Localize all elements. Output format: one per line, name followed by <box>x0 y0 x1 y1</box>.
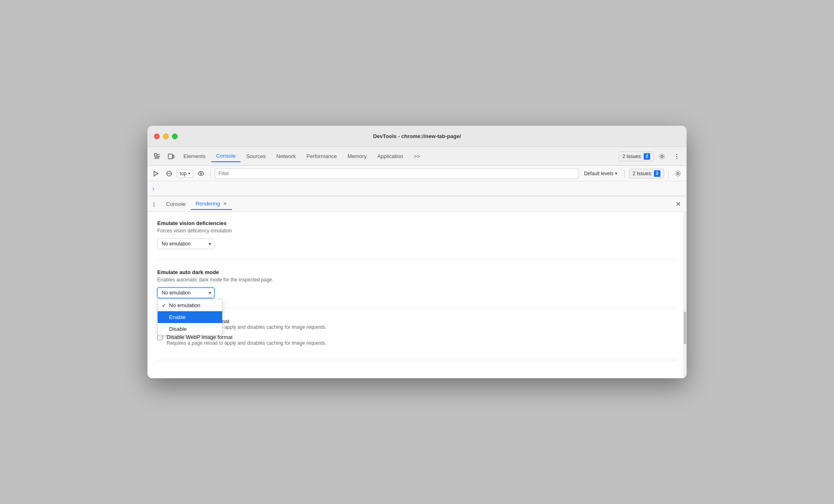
webp-checkbox-row: Disable WebP image format Requires a pag… <box>157 334 677 346</box>
console-issues-icon: 2 <box>654 170 660 177</box>
svg-rect-0 <box>154 154 157 156</box>
vision-section-title: Emulate vision deficiencies <box>157 220 677 226</box>
svg-point-4 <box>676 154 677 154</box>
drawer-menu-icon[interactable] <box>151 199 161 210</box>
drawer-tab-close-icon[interactable]: ✕ <box>223 201 227 207</box>
svg-point-10 <box>200 173 202 174</box>
tab-application[interactable]: Application <box>372 151 408 162</box>
drawer-panel: Console Rendering ✕ ✕ Emulate vision def… <box>147 196 687 378</box>
console-issues-badge[interactable]: 2 Issues: 2 <box>629 169 664 178</box>
eye-icon[interactable] <box>196 168 206 179</box>
context-value: top <box>180 171 187 176</box>
dark-mode-select-wrapper: No emulation Enable Disable No emulation… <box>157 288 214 298</box>
svg-rect-1 <box>168 154 172 159</box>
svg-point-11 <box>677 172 679 174</box>
device-toolbar-icon[interactable] <box>165 150 178 163</box>
tab-right-actions: 2 Issues: 2 <box>619 150 683 163</box>
svg-point-5 <box>676 156 677 156</box>
vision-deficiencies-section: Emulate vision deficiencies Forces visio… <box>157 220 677 259</box>
drawer-tab-rendering[interactable]: Rendering ✕ <box>191 198 232 210</box>
default-levels-selector[interactable]: Default levels ▾ <box>581 170 620 177</box>
image-format-section: Disable AVIF image format Requires a pag… <box>157 318 677 360</box>
drawer-close-button[interactable]: ✕ <box>673 199 683 210</box>
console-settings-icon[interactable] <box>673 168 683 179</box>
run-script-icon[interactable] <box>151 168 161 179</box>
vision-select-wrapper: No emulation Blurred vision Protanopia D… <box>157 239 214 249</box>
svg-point-6 <box>676 158 677 158</box>
issues-badge[interactable]: 2 Issues: 2 <box>619 152 654 161</box>
context-chevron-icon: ▾ <box>188 171 190 176</box>
tab-network[interactable]: Network <box>272 151 301 162</box>
drawer-tab-console[interactable]: Console <box>161 198 191 210</box>
tab-elements[interactable]: Elements <box>178 151 210 162</box>
clear-console-icon[interactable] <box>164 168 174 179</box>
dark-mode-select[interactable]: No emulation Enable Disable <box>157 288 214 298</box>
more-options-icon[interactable] <box>670 150 683 163</box>
dropdown-item-disable[interactable]: Disable <box>158 323 222 335</box>
devtools-window: DevTools - chrome://new-tab-page/ Elemen… <box>147 126 687 378</box>
default-levels-chevron-icon: ▾ <box>615 171 617 176</box>
close-button[interactable] <box>154 134 160 139</box>
context-selector[interactable]: top ▾ <box>177 169 193 178</box>
dropdown-item-no-emulation[interactable]: No emulation <box>158 299 222 311</box>
svg-point-3 <box>661 155 663 157</box>
divider <box>210 169 211 178</box>
window-title: DevTools - chrome://new-tab-page/ <box>373 133 461 139</box>
tab-memory[interactable]: Memory <box>343 151 372 162</box>
svg-point-12 <box>154 202 154 203</box>
tab-console[interactable]: Console <box>211 150 241 162</box>
dark-mode-dropdown-menu: No emulation Enable Disable <box>157 299 223 335</box>
webp-title: Disable WebP image format <box>167 334 677 340</box>
default-levels-label: Default levels <box>584 171 613 176</box>
console-output-area: › <box>147 181 687 196</box>
minimize-button[interactable] <box>163 134 169 139</box>
dropdown-item-enable[interactable]: Enable <box>158 311 222 323</box>
svg-marker-7 <box>154 171 158 176</box>
console-toolbar: top ▾ Default levels ▾ 2 Issues: 2 <box>147 166 687 181</box>
dark-mode-title: Emulate auto dark mode <box>157 269 677 275</box>
inspect-element-icon[interactable] <box>151 150 164 163</box>
drawer-tab-bar: Console Rendering ✕ ✕ <box>147 196 687 212</box>
settings-icon[interactable] <box>656 150 669 163</box>
filter-input[interactable] <box>215 168 578 179</box>
webp-checkbox[interactable] <box>157 335 163 340</box>
divider2 <box>624 169 625 178</box>
tab-sources[interactable]: Sources <box>241 151 271 162</box>
scrollbar-thumb[interactable] <box>684 312 686 344</box>
tab-performance[interactable]: Performance <box>301 151 341 162</box>
tab-bar: Elements Console Sources Network Perform… <box>147 147 687 166</box>
avif-title: Disable AVIF image format <box>167 318 677 324</box>
expand-icon[interactable]: › <box>152 185 154 192</box>
webp-desc: Requires a page reload to apply and disa… <box>167 340 677 346</box>
issues-icon: 2 <box>644 153 650 160</box>
divider3 <box>668 169 669 178</box>
vision-select[interactable]: No emulation Blurred vision Protanopia D… <box>157 239 214 249</box>
svg-rect-2 <box>173 155 174 158</box>
svg-point-14 <box>154 205 154 206</box>
dark-mode-section: Emulate auto dark mode Enables automatic… <box>157 269 677 308</box>
maximize-button[interactable] <box>172 134 178 139</box>
more-tabs-button[interactable]: >> <box>409 151 425 162</box>
svg-point-13 <box>154 204 154 205</box>
vision-section-desc: Forces vision deficiency emulation <box>157 228 677 234</box>
title-bar: DevTools - chrome://new-tab-page/ <box>147 126 687 147</box>
avif-checkbox-row: Disable AVIF image format Requires a pag… <box>157 318 677 330</box>
dark-mode-desc: Enables automatic dark mode for the insp… <box>157 277 677 283</box>
rendering-panel: Emulate vision deficiencies Forces visio… <box>147 212 687 378</box>
console-issues-label: 2 Issues: <box>633 171 652 176</box>
traffic-lights <box>154 134 178 139</box>
avif-desc: Requires a page reload to apply and disa… <box>167 324 677 330</box>
scrollbar[interactable] <box>683 212 687 378</box>
issues-label: 2 Issues: <box>622 154 642 159</box>
